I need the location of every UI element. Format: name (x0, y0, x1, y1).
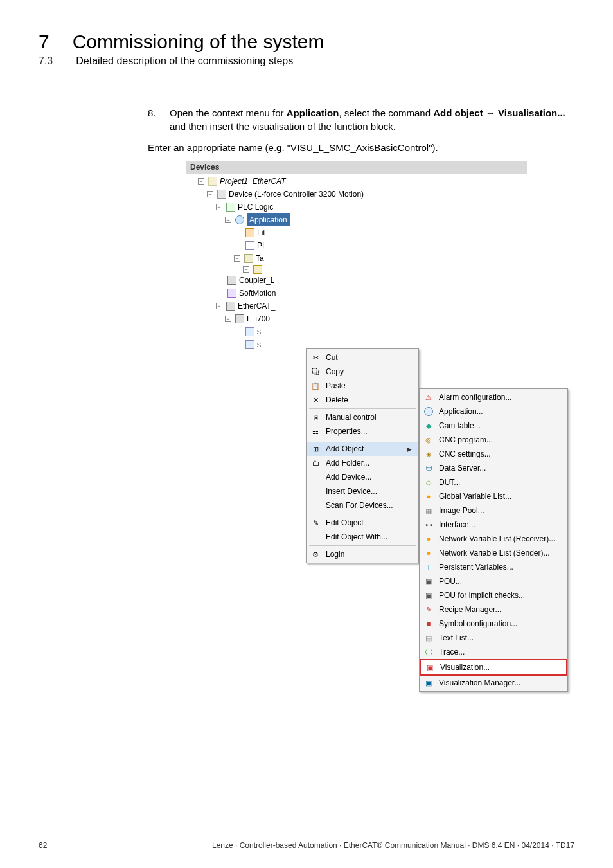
submenu-nvlr[interactable]: ●Network Variable List (Receiver)... (420, 532, 567, 546)
tree-ethercat[interactable]: − EtherCAT_ (189, 300, 526, 312)
cnc-prog-icon: ◎ (423, 435, 434, 445)
menu-add-object[interactable]: ⊞Add Object▶ (306, 442, 418, 456)
menu-copy[interactable]: ⿻Copy (306, 365, 418, 379)
submenu-recipe-manager[interactable]: ✎Recipe Manager... (420, 602, 567, 617)
tree-project[interactable]: − Project1_EtherCAT (189, 175, 526, 188)
tree-label: PLC Logic (238, 201, 273, 213)
menu-label: Delete (326, 395, 348, 404)
submenu-symbol-config[interactable]: ■Symbol configuration... (420, 617, 567, 631)
tree-s1[interactable]: s (189, 325, 526, 338)
step-text-bold: Application (287, 107, 339, 118)
menu-label: POU... (439, 577, 462, 586)
tree-plc[interactable]: − PLC Logic (189, 201, 526, 213)
submenu-application[interactable]: Application... (420, 404, 567, 419)
pou-icon: ▣ (423, 576, 434, 586)
menu-label: POU for implicit checks... (439, 591, 525, 600)
menu-label: Insert Device... (326, 487, 377, 496)
expander-icon[interactable]: − (225, 217, 231, 223)
axis-icon (245, 340, 254, 349)
submenu-viz-manager[interactable]: ▣Visualization Manager... (420, 676, 567, 690)
tree-lib[interactable]: Lit (189, 226, 526, 239)
blank-icon (310, 472, 321, 482)
tree-label: Project1_EtherCAT (220, 175, 286, 188)
application-icon (235, 215, 244, 224)
axis-icon (245, 327, 254, 336)
submenu-trace[interactable]: ⓘTrace... (420, 645, 567, 659)
visualization-icon: ▣ (425, 662, 435, 673)
data-server-icon: ⛁ (423, 463, 434, 473)
expander-icon[interactable]: − (225, 316, 231, 322)
expander-icon[interactable]: − (216, 303, 222, 309)
tree-li700[interactable]: − L_i700 (189, 312, 526, 325)
expander-icon[interactable]: − (216, 204, 222, 210)
menu-scan-devices[interactable]: Scan For Devices... (306, 498, 418, 512)
menu-separator (309, 514, 416, 514)
device-node-icon (235, 314, 244, 323)
tree-ta[interactable]: − Ta (189, 252, 526, 265)
tree-softmotion[interactable]: SoftMotion (189, 287, 526, 300)
manual-icon: ⎘ (310, 412, 321, 422)
submenu-gvl[interactable]: ●Global Variable List... (420, 489, 567, 503)
tree-application[interactable]: − Application (189, 213, 526, 226)
project-icon (208, 177, 217, 186)
submenu-image-pool[interactable]: ▦Image Pool... (420, 503, 567, 518)
submenu-persistent-vars[interactable]: TPersistent Variables... (420, 560, 567, 574)
menu-label: Properties... (326, 427, 368, 436)
menu-label: Recipe Manager... (439, 605, 501, 614)
blank-icon (310, 500, 321, 511)
submenu-pou-implicit[interactable]: ▣POU for implicit checks... (420, 588, 567, 602)
persistent-icon: T (423, 562, 434, 572)
expander-icon[interactable]: − (243, 266, 249, 273)
submenu-alarm[interactable]: ⚠Alarm configuration... (420, 390, 567, 404)
tree-pl[interactable]: PL (189, 239, 526, 252)
tree-label: Lit (257, 226, 265, 239)
softmotion-icon (227, 289, 236, 298)
expander-icon[interactable]: − (198, 178, 204, 185)
expander-icon[interactable]: − (234, 255, 240, 262)
tree-label: Coupler_L (239, 274, 274, 287)
expander-icon[interactable]: − (207, 191, 213, 197)
submenu-pou[interactable]: ▣POU... (420, 574, 567, 588)
menu-label: CNC settings... (439, 449, 491, 458)
tree-device[interactable]: − Device (L-force Controller 3200 Motion… (189, 188, 526, 201)
menu-edit-object[interactable]: ✎Edit Object (306, 516, 418, 530)
menu-label: Scan For Devices... (326, 501, 393, 510)
menu-label: Network Variable List (Sender)... (439, 548, 550, 557)
menu-edit-object-with[interactable]: Edit Object With... (306, 530, 418, 544)
menu-label: Interface... (439, 520, 475, 529)
library-icon (245, 228, 254, 237)
menu-add-device[interactable]: Add Device... (306, 470, 418, 484)
cnc-settings-icon: ◈ (423, 449, 434, 459)
submenu-data-server[interactable]: ⛁Data Server... (420, 461, 567, 475)
submenu-cnc-program[interactable]: ◎CNC program... (420, 433, 567, 447)
device-tree: − Project1_EtherCAT − Device (L-force Co… (186, 174, 527, 352)
tree-coupler[interactable]: Coupler_L (189, 274, 526, 287)
submenu-dut[interactable]: ◇DUT... (420, 475, 567, 489)
submenu-interface[interactable]: ⊶Interface... (420, 518, 567, 532)
menu-label: Cut (326, 353, 338, 362)
submenu-nvls[interactable]: ●Network Variable List (Sender)... (420, 546, 567, 560)
menu-label: Edit Object (326, 518, 364, 527)
blank-icon (310, 532, 321, 542)
submenu-cam-table[interactable]: ◆Cam table... (420, 419, 567, 433)
menu-add-folder[interactable]: 🗀Add Folder... (306, 456, 418, 470)
submenu-text-list[interactable]: ▤Text List... (420, 631, 567, 645)
cam-icon: ◆ (423, 420, 434, 431)
submenu-add-object: ⚠Alarm configuration... Application... ◆… (419, 388, 568, 692)
menu-properties[interactable]: ☷Properties... (306, 424, 418, 439)
submenu-cnc-settings[interactable]: ◈CNC settings... (420, 447, 567, 461)
submenu-visualization[interactable]: ▣Visualization... (420, 659, 567, 676)
menu-label: Login (326, 550, 344, 559)
menu-label: Manual control (326, 413, 377, 422)
menu-login[interactable]: ⚙Login (306, 547, 418, 561)
blank-icon (310, 486, 321, 496)
footer-text: Lenze · Controller-based Automation · Et… (212, 841, 574, 850)
tree-sub[interactable]: − (189, 265, 526, 274)
menu-label: Data Server... (439, 464, 486, 473)
menu-insert-device[interactable]: Insert Device... (306, 484, 418, 498)
menu-delete[interactable]: ✕Delete (306, 393, 418, 407)
menu-paste[interactable]: 📋Paste (306, 379, 418, 393)
tree-label: s (257, 325, 261, 338)
menu-cut[interactable]: ✂Cut (306, 350, 418, 365)
menu-manual-control[interactable]: ⎘Manual control (306, 410, 418, 424)
